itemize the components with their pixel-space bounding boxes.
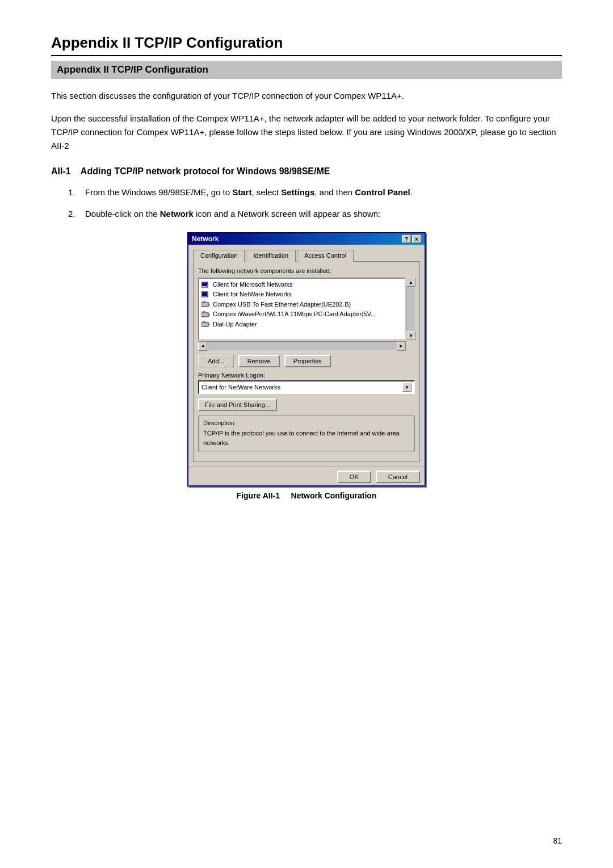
help-button[interactable]: ? bbox=[402, 235, 411, 243]
list-item-text-1: Client for Microsoft Networks bbox=[213, 280, 293, 289]
dialog-body: Configuration Identification Access Cont… bbox=[188, 245, 425, 467]
list-item-text-4: Compex iWavePort/WL11A 11Mbps PC-Card Ad… bbox=[213, 310, 376, 318]
svg-rect-12 bbox=[208, 314, 210, 316]
svg-rect-4 bbox=[202, 292, 207, 296]
steps-list: 1. From the Windows 98/98SE/ME, go to St… bbox=[51, 186, 562, 221]
remove-button[interactable]: Remove bbox=[238, 355, 280, 367]
description-group: Description TCP/IP is the protocol you u… bbox=[198, 416, 415, 451]
list-item: Compex USB To Fast Ethernet Adapter(UE20… bbox=[200, 300, 404, 309]
file-print-sharing-button[interactable]: File and Print Sharing... bbox=[198, 399, 277, 411]
add-button[interactable]: Add... bbox=[198, 355, 234, 367]
svg-rect-1 bbox=[202, 283, 207, 286]
ok-button[interactable]: OK bbox=[337, 471, 371, 483]
figure-title: Network Configuration bbox=[291, 491, 377, 500]
tab-access-control[interactable]: Access Control bbox=[297, 250, 354, 262]
primary-network-logon-dropdown[interactable]: Client for NetWare Networks ▼ bbox=[198, 380, 415, 394]
step-1-text: From the Windows 98/98SE/ME, go to Start… bbox=[85, 186, 562, 199]
network-dialog: Network ? × Configuration Identification… bbox=[187, 232, 426, 487]
vertical-scrollbar[interactable]: ▲ ▼ bbox=[406, 278, 415, 340]
dialog-title: Network bbox=[192, 235, 219, 243]
svg-rect-2 bbox=[203, 287, 207, 288]
intro-paragraph-1: This section discusses the configuration… bbox=[51, 89, 562, 103]
intro-paragraph-2: Upon the successful installation of the … bbox=[51, 112, 562, 153]
svg-rect-7 bbox=[208, 304, 210, 305]
close-button[interactable]: × bbox=[412, 235, 421, 243]
step-2-text: Double-click on the Network icon and a N… bbox=[85, 207, 562, 221]
dialog-tabs: Configuration Identification Access Cont… bbox=[193, 249, 420, 261]
tab-content: The following network components are ins… bbox=[193, 261, 420, 462]
tab-identification[interactable]: Identification bbox=[246, 250, 296, 262]
primary-network-logon-label: Primary Network Logon: bbox=[198, 372, 415, 379]
titlebar-buttons: ? × bbox=[402, 235, 421, 243]
svg-rect-19 bbox=[203, 321, 204, 323]
dialog-bottom-buttons: OK Cancel bbox=[188, 467, 425, 485]
figure-label: Figure AII-1 bbox=[237, 491, 280, 500]
dialog-container: Network ? × Configuration Identification… bbox=[51, 232, 562, 500]
description-text: TCP/IP is the protocol you use to connec… bbox=[203, 429, 410, 447]
section-heading: Appendix II TCP/IP Configuration bbox=[51, 61, 562, 79]
list-item: Dial-Up Adapter bbox=[200, 320, 404, 329]
list-item-text-3: Compex USB To Fast Ethernet Adapter(UE20… bbox=[213, 300, 351, 309]
svg-rect-17 bbox=[208, 324, 210, 325]
client-icon-1 bbox=[201, 281, 211, 289]
page-header-title: Appendix II TCP/IP Configuration bbox=[51, 34, 562, 56]
description-label: Description bbox=[203, 420, 410, 426]
network-components-label: The following network components are ins… bbox=[198, 267, 415, 274]
subsection-number: AII-1 bbox=[51, 166, 71, 176]
svg-rect-20 bbox=[204, 321, 205, 323]
svg-rect-18 bbox=[202, 323, 208, 326]
svg-rect-5 bbox=[203, 296, 207, 297]
list-item: Client for Microsoft Networks bbox=[200, 280, 404, 290]
list-item-text-2: Client for NetWare Networks bbox=[213, 290, 292, 299]
scroll-right-arrow[interactable]: ► bbox=[397, 342, 406, 351]
properties-button[interactable]: Properties bbox=[284, 355, 331, 367]
adapter-icon-3 bbox=[201, 320, 211, 328]
hscroll-track bbox=[207, 342, 397, 350]
network-listbox-items: Client for Microsoft Networks bbox=[199, 279, 405, 330]
scroll-left-arrow[interactable]: ◄ bbox=[198, 342, 207, 351]
svg-rect-8 bbox=[202, 303, 208, 306]
dropdown-arrow-icon: ▼ bbox=[402, 383, 412, 392]
network-listbox-wrapper: Client for Microsoft Networks bbox=[198, 278, 415, 340]
svg-rect-13 bbox=[202, 313, 208, 316]
step-1-num: 1. bbox=[68, 186, 79, 199]
tab-configuration[interactable]: Configuration bbox=[193, 250, 245, 262]
step-2: 2. Double-click on the Network icon and … bbox=[68, 207, 562, 221]
list-item-text-5: Dial-Up Adapter bbox=[213, 320, 257, 329]
step-2-num: 2. bbox=[68, 207, 79, 221]
dropdown-value: Client for NetWare Networks bbox=[201, 384, 280, 391]
list-item: Client for NetWare Networks bbox=[200, 290, 404, 299]
svg-rect-15 bbox=[204, 311, 205, 313]
client-icon-2 bbox=[201, 291, 211, 299]
adapter-icon-2 bbox=[201, 311, 211, 318]
figure-caption: Figure AII-1 Network Configuration bbox=[237, 491, 377, 500]
svg-rect-10 bbox=[204, 301, 205, 303]
scroll-down-arrow[interactable]: ▼ bbox=[406, 331, 415, 340]
step-1: 1. From the Windows 98/98SE/ME, go to St… bbox=[68, 186, 562, 199]
network-action-buttons: Add... Remove Properties bbox=[198, 355, 415, 367]
page: Appendix II TCP/IP Configuration Appendi… bbox=[0, 0, 613, 868]
cancel-button[interactable]: Cancel bbox=[376, 471, 420, 483]
adapter-icon-1 bbox=[201, 300, 211, 308]
horizontal-scrollbar[interactable]: ◄ ► bbox=[198, 341, 406, 350]
page-number: 81 bbox=[553, 836, 562, 845]
network-listbox[interactable]: Client for Microsoft Networks bbox=[198, 278, 406, 340]
dialog-titlebar: Network ? × bbox=[188, 233, 425, 245]
svg-rect-14 bbox=[203, 311, 204, 313]
svg-rect-9 bbox=[203, 301, 204, 303]
subsection-heading: AII-1 Adding TCP/IP network protocol for… bbox=[51, 166, 562, 177]
list-item: Compex iWavePort/WL11A 11Mbps PC-Card Ad… bbox=[200, 309, 404, 319]
subsection-title: Adding TCP/IP network protocol for Windo… bbox=[81, 166, 330, 176]
scroll-up-arrow[interactable]: ▲ bbox=[406, 278, 415, 287]
scroll-track bbox=[406, 287, 415, 331]
